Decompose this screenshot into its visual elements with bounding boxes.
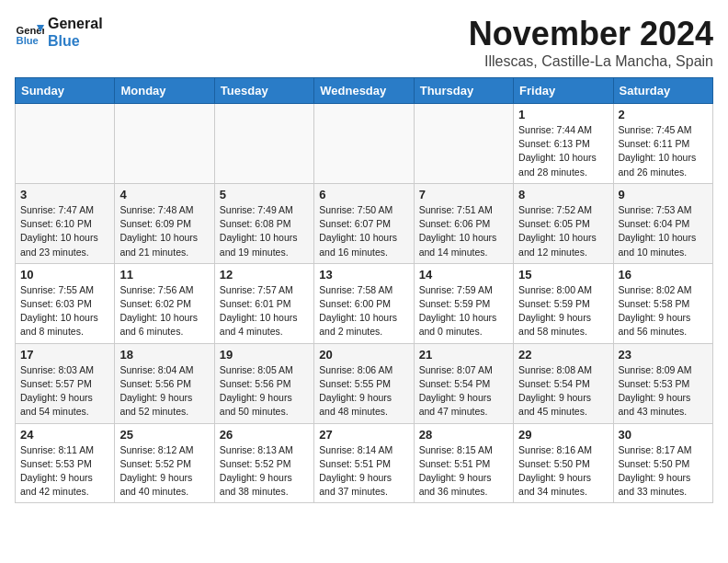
- day-cell-22: 22Sunrise: 8:08 AM Sunset: 5:54 PM Dayli…: [514, 343, 613, 423]
- day-number: 21: [419, 348, 508, 362]
- day-number: 18: [119, 348, 209, 362]
- day-number: 12: [220, 268, 309, 282]
- week-row-1: 1Sunrise: 7:44 AM Sunset: 6:13 PM Daylig…: [16, 104, 713, 184]
- header-cell-saturday: Saturday: [613, 78, 712, 104]
- day-info: Sunrise: 8:03 AM Sunset: 5:57 PM Dayligh…: [20, 363, 109, 419]
- day-info: Sunrise: 7:50 AM Sunset: 6:07 PM Dayligh…: [319, 203, 408, 259]
- day-info: Sunrise: 7:44 AM Sunset: 6:13 PM Dayligh…: [518, 123, 608, 179]
- day-cell-19: 19Sunrise: 8:05 AM Sunset: 5:56 PM Dayli…: [214, 343, 313, 423]
- day-info: Sunrise: 8:07 AM Sunset: 5:54 PM Dayligh…: [419, 363, 508, 419]
- day-cell-17: 17Sunrise: 8:03 AM Sunset: 5:57 PM Dayli…: [16, 343, 115, 423]
- day-cell-21: 21Sunrise: 8:07 AM Sunset: 5:54 PM Dayli…: [414, 343, 513, 423]
- day-number: 27: [319, 428, 408, 442]
- day-number: 24: [20, 428, 109, 442]
- day-cell-8: 8Sunrise: 7:52 AM Sunset: 6:05 PM Daylig…: [514, 183, 613, 263]
- day-number: 14: [419, 268, 508, 282]
- day-cell-10: 10Sunrise: 7:55 AM Sunset: 6:03 PM Dayli…: [16, 263, 115, 343]
- header-cell-tuesday: Tuesday: [214, 78, 313, 104]
- day-info: Sunrise: 8:00 AM Sunset: 5:59 PM Dayligh…: [518, 283, 608, 339]
- empty-cell: [414, 104, 513, 184]
- day-cell-6: 6Sunrise: 7:50 AM Sunset: 6:07 PM Daylig…: [314, 183, 414, 263]
- day-cell-25: 25Sunrise: 8:12 AM Sunset: 5:52 PM Dayli…: [115, 423, 214, 503]
- calendar-table: SundayMondayTuesdayWednesdayThursdayFrid…: [15, 77, 713, 503]
- day-number: 8: [518, 188, 608, 201]
- day-info: Sunrise: 8:11 AM Sunset: 5:53 PM Dayligh…: [20, 443, 109, 500]
- day-number: 29: [518, 428, 608, 442]
- day-number: 11: [119, 268, 209, 282]
- day-number: 3: [20, 188, 109, 201]
- day-cell-13: 13Sunrise: 7:58 AM Sunset: 6:00 PM Dayli…: [314, 263, 414, 343]
- svg-text:Blue: Blue: [17, 35, 39, 46]
- day-cell-1: 1Sunrise: 7:44 AM Sunset: 6:13 PM Daylig…: [514, 104, 613, 184]
- day-info: Sunrise: 7:58 AM Sunset: 6:00 PM Dayligh…: [319, 283, 408, 339]
- header-cell-friday: Friday: [514, 78, 613, 104]
- logo-line2: Blue: [48, 32, 103, 50]
- day-info: Sunrise: 8:17 AM Sunset: 5:50 PM Dayligh…: [619, 443, 708, 500]
- header-row: SundayMondayTuesdayWednesdayThursdayFrid…: [16, 78, 713, 104]
- day-number: 9: [619, 188, 708, 201]
- day-cell-24: 24Sunrise: 8:11 AM Sunset: 5:53 PM Dayli…: [16, 423, 115, 503]
- day-cell-30: 30Sunrise: 8:17 AM Sunset: 5:50 PM Dayli…: [613, 423, 712, 503]
- day-info: Sunrise: 8:02 AM Sunset: 5:58 PM Dayligh…: [619, 283, 708, 339]
- day-cell-12: 12Sunrise: 7:57 AM Sunset: 6:01 PM Dayli…: [214, 263, 313, 343]
- empty-cell: [314, 104, 414, 184]
- day-number: 25: [119, 428, 209, 442]
- day-info: Sunrise: 8:09 AM Sunset: 5:53 PM Dayligh…: [619, 363, 708, 419]
- day-cell-15: 15Sunrise: 8:00 AM Sunset: 5:59 PM Dayli…: [514, 263, 613, 343]
- day-number: 10: [20, 268, 109, 282]
- header-cell-monday: Monday: [115, 78, 214, 104]
- day-info: Sunrise: 7:55 AM Sunset: 6:03 PM Dayligh…: [20, 283, 109, 339]
- day-cell-29: 29Sunrise: 8:16 AM Sunset: 5:50 PM Dayli…: [514, 423, 613, 503]
- day-number: 17: [20, 348, 109, 362]
- day-info: Sunrise: 8:12 AM Sunset: 5:52 PM Dayligh…: [119, 443, 209, 500]
- location-subtitle: Illescas, Castille-La Mancha, Spain: [469, 53, 713, 70]
- day-number: 4: [119, 188, 209, 201]
- day-cell-14: 14Sunrise: 7:59 AM Sunset: 5:59 PM Dayli…: [414, 263, 513, 343]
- day-info: Sunrise: 7:47 AM Sunset: 6:10 PM Dayligh…: [20, 203, 109, 259]
- logo: General Blue General Blue: [15, 15, 103, 50]
- day-info: Sunrise: 7:57 AM Sunset: 6:01 PM Dayligh…: [220, 283, 309, 339]
- day-cell-28: 28Sunrise: 8:15 AM Sunset: 5:51 PM Dayli…: [414, 423, 513, 503]
- empty-cell: [214, 104, 313, 184]
- day-info: Sunrise: 7:48 AM Sunset: 6:09 PM Dayligh…: [119, 203, 209, 259]
- day-number: 28: [419, 428, 508, 442]
- week-row-4: 17Sunrise: 8:03 AM Sunset: 5:57 PM Dayli…: [16, 343, 713, 423]
- logo-line1: General: [48, 15, 103, 32]
- day-cell-3: 3Sunrise: 7:47 AM Sunset: 6:10 PM Daylig…: [16, 183, 115, 263]
- day-info: Sunrise: 7:45 AM Sunset: 6:11 PM Dayligh…: [619, 123, 708, 179]
- day-cell-23: 23Sunrise: 8:09 AM Sunset: 5:53 PM Dayli…: [613, 343, 712, 423]
- day-info: Sunrise: 8:08 AM Sunset: 5:54 PM Dayligh…: [518, 363, 608, 419]
- day-cell-20: 20Sunrise: 8:06 AM Sunset: 5:55 PM Dayli…: [314, 343, 414, 423]
- day-number: 1: [518, 108, 608, 121]
- day-number: 16: [619, 268, 708, 282]
- day-info: Sunrise: 7:52 AM Sunset: 6:05 PM Dayligh…: [518, 203, 608, 259]
- day-info: Sunrise: 7:56 AM Sunset: 6:02 PM Dayligh…: [119, 283, 209, 339]
- day-number: 20: [319, 348, 408, 362]
- day-number: 5: [220, 188, 309, 201]
- empty-cell: [16, 104, 115, 184]
- day-info: Sunrise: 8:04 AM Sunset: 5:56 PM Dayligh…: [119, 363, 209, 419]
- day-cell-5: 5Sunrise: 7:49 AM Sunset: 6:08 PM Daylig…: [214, 183, 313, 263]
- day-number: 23: [619, 348, 708, 362]
- day-number: 13: [319, 268, 408, 282]
- day-info: Sunrise: 7:53 AM Sunset: 6:04 PM Dayligh…: [619, 203, 708, 259]
- header-cell-thursday: Thursday: [414, 78, 513, 104]
- day-cell-27: 27Sunrise: 8:14 AM Sunset: 5:51 PM Dayli…: [314, 423, 414, 503]
- day-number: 6: [319, 188, 408, 201]
- day-number: 7: [419, 188, 508, 201]
- day-cell-18: 18Sunrise: 8:04 AM Sunset: 5:56 PM Dayli…: [115, 343, 214, 423]
- day-cell-2: 2Sunrise: 7:45 AM Sunset: 6:11 PM Daylig…: [613, 104, 712, 184]
- day-info: Sunrise: 8:14 AM Sunset: 5:51 PM Dayligh…: [319, 443, 408, 500]
- day-number: 22: [518, 348, 608, 362]
- day-number: 19: [220, 348, 309, 362]
- week-row-3: 10Sunrise: 7:55 AM Sunset: 6:03 PM Dayli…: [16, 263, 713, 343]
- day-number: 30: [619, 428, 708, 442]
- day-cell-11: 11Sunrise: 7:56 AM Sunset: 6:02 PM Dayli…: [115, 263, 214, 343]
- day-number: 15: [518, 268, 608, 282]
- day-info: Sunrise: 8:13 AM Sunset: 5:52 PM Dayligh…: [220, 443, 309, 500]
- day-info: Sunrise: 8:15 AM Sunset: 5:51 PM Dayligh…: [419, 443, 508, 500]
- title-block: November 2024 Illescas, Castille-La Manc…: [469, 15, 713, 70]
- header-cell-wednesday: Wednesday: [314, 78, 414, 104]
- day-info: Sunrise: 7:51 AM Sunset: 6:06 PM Dayligh…: [419, 203, 508, 259]
- empty-cell: [115, 104, 214, 184]
